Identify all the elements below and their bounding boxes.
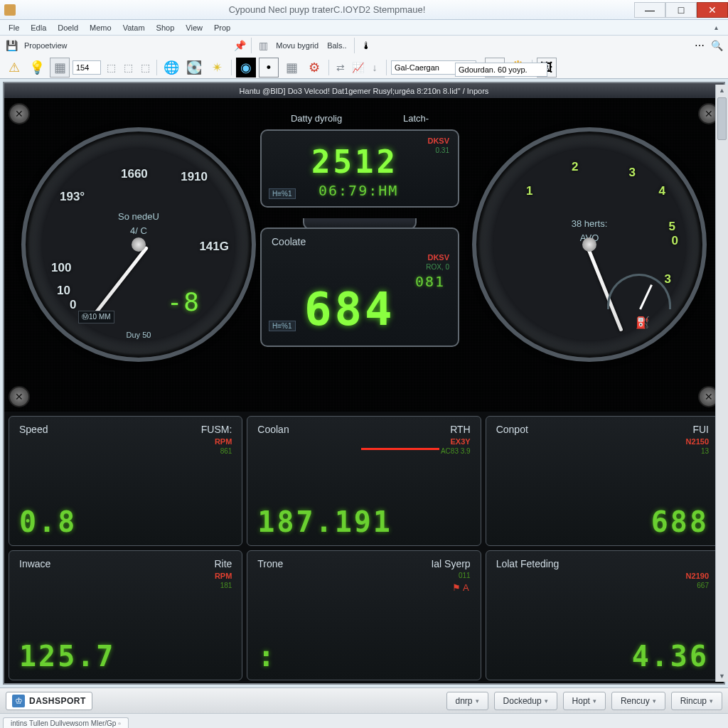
options-icon[interactable]: ⋯ — [692, 38, 707, 53]
disk-b-icon[interactable]: 💽 — [184, 58, 204, 77]
bottom-bar: ♔ DASHSPORT dnrp▾ Dockedup▾ Hopt▾ Rencuy… — [0, 687, 728, 713]
panel-label-l: Lolat Feteding — [496, 558, 560, 569]
panel-conpot: ConpotFUI N2150 13 688 — [486, 416, 719, 546]
lcd-big-value: 684 — [304, 283, 395, 336]
thermometer-icon[interactable]: 🌡 — [359, 38, 373, 53]
panel-unit: N2150 — [496, 437, 709, 446]
btn-dockedup[interactable]: Dockedup▾ — [494, 692, 557, 710]
tool-b-icon[interactable]: ⬚ — [121, 60, 135, 75]
status-tab-row: intins Tullen Dullvewsorn Mler/Gp ▫ — [0, 713, 728, 728]
panel-icon[interactable]: ▥ — [256, 38, 270, 53]
tool-a-icon[interactable]: ⬚ — [104, 60, 118, 75]
center-column: Datty dyrolig Latch- DKSV 0.31 2512 06:7… — [260, 113, 459, 358]
toolbar-row-1: 💾 Propoetview 📌 ▥ Movu bygrid Bals.. 🌡 ⋯… — [0, 36, 728, 55]
lcd-med-value: 06:79:HM — [318, 182, 398, 199]
grid-icon[interactable]: ▦ — [282, 58, 301, 77]
tool-c-icon[interactable]: ⬚ — [138, 60, 152, 75]
lcd-tag: DKSV — [427, 136, 449, 145]
gauge-hub — [582, 237, 596, 252]
graph-icon[interactable]: 📈 — [350, 60, 365, 75]
panel-digits: 125.7 — [19, 640, 115, 673]
gear-icon[interactable]: ⚙ — [304, 58, 324, 77]
folder-icon[interactable]: 💾 — [4, 38, 18, 53]
panel-unit: RPM — [19, 572, 232, 580]
menu-doeld[interactable]: Doeld — [52, 22, 84, 33]
brand-label: DASHSPORT — [29, 696, 86, 706]
panel-trone: TroneIal Syerp ⚑ A 011 : — [247, 550, 481, 680]
scroll-up-icon[interactable]: ▲ — [716, 85, 728, 96]
bulb-icon[interactable]: 💡 — [27, 58, 47, 77]
collapse-chevron-icon[interactable]: ▴ — [709, 22, 724, 33]
panel-label-r: Rite — [214, 558, 232, 569]
scroll-down-icon[interactable]: ▼ — [716, 670, 728, 682]
btn-rincup[interactable]: Rincup▾ — [671, 692, 722, 710]
vertical-scrollbar[interactable]: ▲ ▼ — [715, 85, 728, 682]
gauge-num: 1660 — [121, 167, 148, 181]
dashboard-title: Hantu @BID] Do3 Velcod! Dat1gemer Rusyl;… — [4, 83, 724, 99]
menu-edit[interactable]: Edla — [25, 22, 52, 33]
dashboard-upper: 1660 193° 1910 141G 100 10 0 So nedeU 4/… — [4, 99, 724, 412]
row2-label1: Movu bygrid — [273, 41, 321, 50]
menu-file[interactable]: Fle — [3, 22, 25, 33]
screw-icon — [9, 386, 30, 407]
fuel-subgauge — [607, 274, 671, 309]
gauge-digital: -8 — [167, 287, 200, 316]
menu-bar: Fle Edla Doeld Memo Vatam Shop View Prop… — [0, 20, 728, 36]
brand-badge[interactable]: ♔ DASHSPORT — [6, 692, 92, 710]
btn-rencuy[interactable]: Rencuy▾ — [611, 692, 665, 710]
scroll-thumb[interactable] — [717, 97, 727, 140]
menu-shop[interactable]: Shop — [151, 22, 181, 33]
lcd-title: Coolate — [272, 236, 306, 247]
gauge-num: 1910 — [181, 170, 208, 184]
status-tab[interactable]: intins Tullen Dullvewsorn Mler/Gp ▫ — [3, 717, 129, 728]
gauge-needle — [89, 246, 149, 321]
warning-icon[interactable]: ⚠ — [4, 58, 24, 77]
panel-label-l: Trone — [257, 558, 283, 569]
gauge-num: 3 — [665, 272, 671, 287]
panel-sub: 13 — [496, 447, 709, 455]
text-input-2[interactable] — [455, 63, 547, 77]
lcd-side-label: H≡%1 — [269, 321, 296, 331]
lcd-sub: ROX, 0 — [426, 263, 449, 271]
btn-dnrp[interactable]: dnrp▾ — [446, 692, 488, 710]
menu-vatam[interactable]: Vatam — [117, 22, 151, 33]
menu-prop[interactable]: Prop — [208, 22, 236, 33]
globe-dark-icon[interactable]: ◉ — [236, 58, 256, 77]
menu-view[interactable]: View — [180, 22, 208, 33]
panel-lolat: Lolat Feteding N2190 667 4.36 — [486, 550, 719, 680]
system-icon[interactable]: ▦ — [50, 58, 70, 77]
panel-digits: 187.191 — [257, 505, 392, 538]
arrow-down-icon[interactable]: ↓ — [368, 60, 382, 75]
panel-sub: 181 — [19, 582, 232, 589]
gauge-num: 4 — [659, 184, 665, 198]
pin-icon[interactable]: 📌 — [232, 38, 247, 53]
panel-label-r: RTH — [450, 424, 471, 435]
lcd-sub: 0.31 — [436, 146, 449, 154]
globe-icon[interactable]: 🌐 — [161, 58, 181, 77]
app-icon — [4, 4, 16, 16]
lcd-side-label: H≡%1 — [269, 188, 296, 199]
fuel-needle — [639, 284, 653, 310]
lcd-box-1: DKSV 0.31 2512 06:79:HM H≡%1 — [260, 129, 459, 208]
dot-icon[interactable]: • — [259, 58, 279, 77]
toolbar-region: 💾 Propoetview 📌 ▥ Movu bygrid Bals.. 🌡 ⋯… — [0, 36, 728, 79]
gauge-num: 10 — [57, 284, 70, 298]
minimize-button[interactable]: — — [634, 2, 665, 18]
panel-redline — [361, 448, 439, 450]
panel-label-r: FUSM: — [201, 424, 232, 435]
menu-memo[interactable]: Memo — [84, 22, 117, 33]
dashboard-frame: Hantu @BID] Do3 Velcod! Dat1gemer Rusyl;… — [3, 82, 725, 685]
btn-hopt[interactable]: Hopt▾ — [563, 692, 606, 710]
search-icon[interactable]: 🔍 — [710, 38, 724, 53]
gauge-num: 1 — [526, 184, 532, 198]
gauge-num: 193° — [60, 190, 85, 204]
spark-icon[interactable]: ✴ — [207, 58, 227, 77]
gauge-num: 0 — [70, 298, 76, 312]
numeric-input[interactable] — [73, 60, 101, 75]
panel-label-l: Speed — [19, 424, 48, 435]
panel-speed: SpeedFUSM: RPM 861 0.8 — [9, 416, 242, 546]
close-button[interactable]: ✕ — [697, 2, 728, 18]
lcd-big-value: 2512 — [311, 144, 398, 180]
swap-icon[interactable]: ⇄ — [333, 60, 348, 75]
maximize-button[interactable]: □ — [665, 2, 697, 18]
